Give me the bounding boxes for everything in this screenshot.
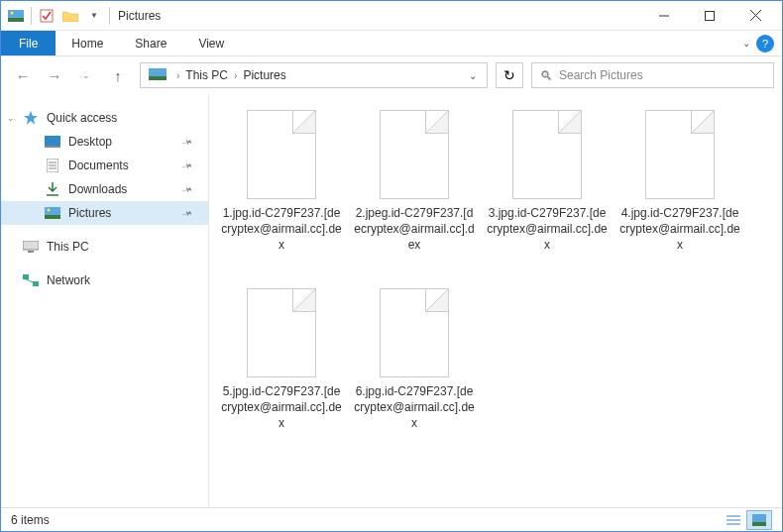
pin-icon: 📌︎ <box>179 205 195 221</box>
svg-rect-5 <box>706 11 715 20</box>
svg-rect-11 <box>45 136 60 146</box>
sidebar-thispc[interactable]: This PC <box>1 235 208 259</box>
downloads-icon <box>45 182 60 196</box>
svg-point-2 <box>11 11 14 14</box>
svg-marker-10 <box>24 111 38 125</box>
ribbon-tab-view[interactable]: View <box>182 31 240 55</box>
svg-rect-19 <box>45 215 60 219</box>
nav-up-button[interactable]: ↑ <box>104 61 132 89</box>
help-icon[interactable]: ? <box>756 35 774 53</box>
svg-rect-30 <box>752 522 766 526</box>
navbar: ← → ⌄ ↑ › This PC › Pictures ⌄ ↻ 🔍︎ Sear… <box>1 56 782 94</box>
close-button[interactable] <box>732 1 778 31</box>
file-name-label: 6.jpg.id-C279F237.[decryptex@airmail.cc]… <box>350 383 479 432</box>
computer-icon <box>23 240 39 254</box>
file-name-label: 3.jpg.id-C279F237.[decryptex@airmail.cc]… <box>483 205 612 254</box>
file-list[interactable]: 1.jpg.id-C279F237.[decryptex@airmail.cc]… <box>209 94 782 507</box>
breadcrumb-dropdown-icon[interactable]: ⌄ <box>463 70 483 81</box>
breadcrumb-thispc[interactable]: This PC <box>185 68 228 82</box>
file-name-label: 1.jpg.id-C279F237.[decryptex@airmail.cc]… <box>217 205 346 254</box>
ribbon-file-tab[interactable]: File <box>1 31 56 55</box>
sidebar-item-desktop[interactable]: Desktop 📌︎ <box>1 130 208 154</box>
qat-properties-icon[interactable] <box>36 5 57 27</box>
svg-point-20 <box>48 209 51 212</box>
star-icon <box>23 111 39 125</box>
file-icon <box>380 110 449 199</box>
status-item-count: 6 items <box>11 513 50 527</box>
svg-rect-22 <box>28 251 34 253</box>
search-input[interactable]: 🔍︎ Search Pictures <box>531 62 774 88</box>
pin-icon: 📌︎ <box>179 158 195 173</box>
view-thumbnails-button[interactable] <box>746 510 772 530</box>
statusbar: 6 items <box>1 507 782 531</box>
pictures-icon <box>45 206 60 220</box>
file-icon <box>247 110 316 199</box>
refresh-button[interactable]: ↻ <box>496 62 523 88</box>
sidebar-label: Desktop <box>68 135 112 149</box>
minimize-button[interactable] <box>641 1 687 31</box>
file-icon <box>247 288 316 377</box>
window-title: Pictures <box>118 9 161 23</box>
search-placeholder: Search Pictures <box>559 68 643 82</box>
desktop-icon <box>45 135 60 149</box>
sidebar-item-pictures[interactable]: Pictures 📌︎ <box>1 201 208 225</box>
sidebar-label: This PC <box>47 240 89 254</box>
nav-recent-dropdown[interactable]: ⌄ <box>72 61 100 89</box>
file-name-label: 4.jpg.id-C279F237.[decryptex@airmail.cc]… <box>615 205 744 254</box>
svg-rect-23 <box>23 274 29 279</box>
qat-newfolder-icon[interactable] <box>59 5 81 27</box>
file-name-label: 2.jpeg.id-C279F237.[decryptex@airmail.cc… <box>350 205 479 254</box>
svg-rect-9 <box>149 76 167 80</box>
qat-dropdown-icon[interactable]: ▼ <box>83 5 105 27</box>
svg-rect-3 <box>41 10 53 22</box>
ribbon: File Home Share View ⌄ ? <box>1 31 782 56</box>
file-icon <box>380 288 449 377</box>
sidebar-label: Pictures <box>68 206 111 220</box>
folder-icon <box>149 68 167 82</box>
breadcrumb[interactable]: › This PC › Pictures ⌄ <box>140 62 488 88</box>
sidebar-label: Downloads <box>68 182 127 196</box>
sidebar-label: Quick access <box>47 111 117 125</box>
app-icon[interactable] <box>5 5 27 27</box>
svg-rect-1 <box>8 18 24 22</box>
documents-icon <box>45 159 60 172</box>
chevron-right-icon[interactable]: › <box>176 70 179 81</box>
nav-back-button[interactable]: ← <box>9 61 37 89</box>
file-name-label: 5.jpg.id-C279F237.[decryptex@airmail.cc]… <box>217 383 346 432</box>
sidebar-item-downloads[interactable]: Downloads 📌︎ <box>1 177 208 201</box>
file-item[interactable]: 3.jpg.id-C279F237.[decryptex@airmail.cc]… <box>483 108 612 286</box>
sidebar: ⌄ Quick access Desktop 📌︎ Documents 📌︎ D… <box>1 94 209 507</box>
nav-forward-button[interactable]: → <box>41 61 68 89</box>
file-item[interactable]: 1.jpg.id-C279F237.[decryptex@airmail.cc]… <box>217 108 346 286</box>
svg-rect-12 <box>45 146 60 148</box>
ribbon-tab-home[interactable]: Home <box>56 31 119 55</box>
ribbon-tab-share[interactable]: Share <box>119 31 182 55</box>
network-icon <box>23 273 39 287</box>
file-item[interactable]: 6.jpg.id-C279F237.[decryptex@airmail.cc]… <box>350 286 479 465</box>
file-icon <box>512 110 582 199</box>
ribbon-expand-icon[interactable]: ⌄ <box>742 38 750 49</box>
maximize-button[interactable] <box>687 1 732 31</box>
file-icon <box>645 110 715 199</box>
search-icon: 🔍︎ <box>540 68 553 83</box>
file-item[interactable]: 2.jpeg.id-C279F237.[decryptex@airmail.cc… <box>350 108 479 286</box>
chevron-right-icon[interactable]: › <box>234 70 237 81</box>
breadcrumb-pictures[interactable]: Pictures <box>243 68 285 82</box>
file-item[interactable]: 4.jpg.id-C279F237.[decryptex@airmail.cc]… <box>615 108 744 286</box>
sidebar-quickaccess[interactable]: ⌄ Quick access <box>1 106 208 130</box>
titlebar: ▼ Pictures <box>1 1 782 31</box>
pin-icon: 📌︎ <box>179 134 195 150</box>
file-item[interactable]: 5.jpg.id-C279F237.[decryptex@airmail.cc]… <box>217 286 346 465</box>
caret-icon: ⌄ <box>7 113 15 123</box>
pin-icon: 📌︎ <box>179 181 195 197</box>
sidebar-label: Network <box>47 273 90 287</box>
sidebar-item-documents[interactable]: Documents 📌︎ <box>1 154 208 177</box>
view-details-button[interactable] <box>721 510 746 530</box>
sidebar-label: Documents <box>68 159 129 172</box>
sidebar-network[interactable]: Network <box>1 268 208 292</box>
svg-rect-21 <box>23 241 39 250</box>
